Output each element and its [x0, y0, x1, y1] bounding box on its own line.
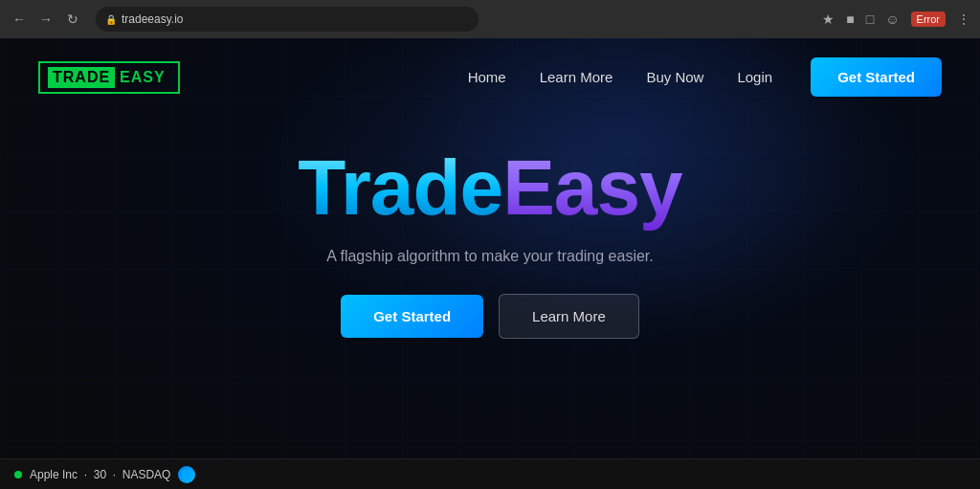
nav-home[interactable]: Home: [468, 69, 506, 85]
tabs-icon[interactable]: □: [866, 11, 874, 27]
hero-subtitle: A flagship algorithm to make your tradin…: [326, 248, 654, 265]
ticker-bar: Apple Inc · 30 · NASDAQ 🌐: [0, 458, 980, 489]
ticker-exchange: NASDAQ: [122, 468, 171, 481]
ticker-dot: [14, 471, 22, 478]
menu-icon[interactable]: ⋮: [957, 11, 970, 27]
browser-right-icons: ★ ■ □ ☺ Error ⋮: [822, 11, 970, 27]
ticker-globe-icon[interactable]: 🌐: [178, 466, 195, 483]
ticker-value: 30: [94, 468, 106, 481]
nav-login[interactable]: Login: [737, 69, 772, 85]
extensions-icon[interactable]: ■: [846, 11, 854, 27]
hero-section: TradeEasy A flagship algorithm to make y…: [0, 144, 980, 339]
navbar: TRADE EASY Home Learn More Buy Now Login…: [0, 38, 980, 116]
lock-icon: 🔒: [105, 14, 117, 25]
hero-title: TradeEasy: [298, 144, 681, 231]
nav-links: Home Learn More Buy Now Login: [468, 69, 772, 85]
error-badge: Error: [911, 11, 946, 27]
website-content: TRADE EASY Home Learn More Buy Now Login…: [0, 38, 980, 489]
hero-title-trade: Trade: [298, 144, 502, 231]
back-button[interactable]: ←: [10, 10, 29, 29]
forward-button[interactable]: →: [36, 10, 56, 29]
profile-icon[interactable]: ☺: [885, 11, 899, 27]
logo-trade: TRADE: [48, 67, 115, 88]
hero-learn-more-button[interactable]: Learn More: [499, 294, 639, 339]
address-bar[interactable]: 🔒 tradeeasy.io: [96, 7, 479, 32]
hero-get-started-button[interactable]: Get Started: [341, 295, 483, 338]
refresh-button[interactable]: ↻: [63, 10, 82, 29]
nav-get-started-button[interactable]: Get Started: [811, 57, 942, 97]
url-text: tradeeasy.io: [122, 12, 183, 26]
bookmark-icon[interactable]: ★: [822, 11, 835, 27]
hero-buttons: Get Started Learn More: [341, 294, 639, 339]
logo-easy: EASY: [115, 67, 170, 88]
hero-title-easy: Easy: [502, 144, 682, 231]
ticker-text: Apple Inc · 30 · NASDAQ: [30, 468, 170, 481]
logo: TRADE EASY: [38, 61, 180, 94]
nav-buy-now[interactable]: Buy Now: [646, 69, 703, 85]
browser-chrome: ← → ↻ 🔒 tradeeasy.io ★ ■ □ ☺ Error ⋮: [0, 0, 980, 38]
ticker-company: Apple Inc: [30, 468, 78, 481]
nav-learn-more[interactable]: Learn More: [540, 69, 613, 85]
